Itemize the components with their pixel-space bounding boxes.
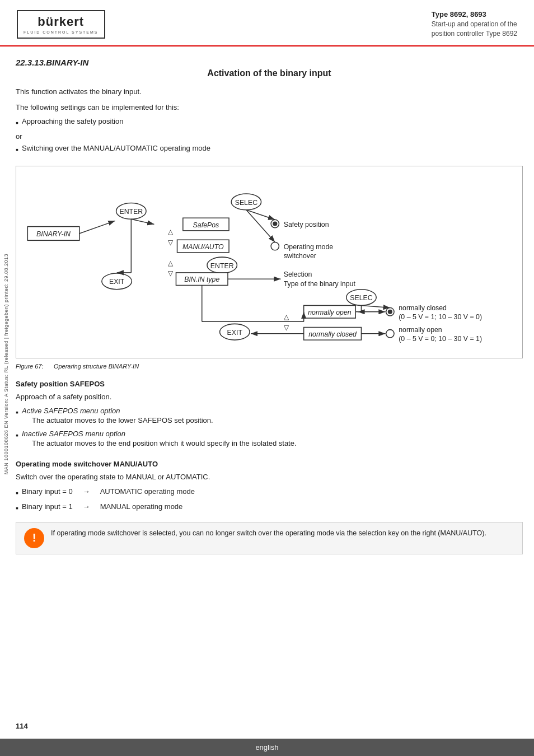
diagram-container: BINARY-IN ENTER SELEC SafePos MANU/AUTO … bbox=[16, 166, 523, 358]
page-header: bürkert FLUID CONTROL SYSTEMS Type 8692,… bbox=[0, 0, 534, 46]
svg-text:(0 – 5 V = 1; 10 – 30 V = 0): (0 – 5 V = 1; 10 – 30 V = 0) bbox=[399, 313, 482, 321]
bullet-dot-1: ▪ bbox=[16, 117, 18, 129]
op-bullet-1-label: Binary input = 0 bbox=[22, 487, 73, 496]
svg-text:△: △ bbox=[168, 259, 174, 267]
header-subtitle: Start-up and operation of the position c… bbox=[432, 20, 517, 39]
header-right: Type 8692, 8693 Start-up and operation o… bbox=[432, 10, 517, 39]
operating-intro: Switch over the operating state to MANUA… bbox=[16, 472, 523, 483]
svg-text:EXIT: EXIT bbox=[227, 329, 243, 337]
svg-text:(0 – 5 V = 0; 10 – 30 V = 1): (0 – 5 V = 0; 10 – 30 V = 1) bbox=[399, 335, 482, 343]
op-arrow-2: → bbox=[83, 502, 90, 511]
svg-text:normally open: normally open bbox=[399, 326, 442, 334]
svg-text:EXIT: EXIT bbox=[109, 278, 125, 286]
intro-text-1: This function activates the binary input… bbox=[16, 86, 523, 97]
safety-bullet-1-title: Active SAFEPOS menu option bbox=[22, 407, 120, 415]
op-bullet-2-value: MANUAL operating mode bbox=[100, 502, 183, 511]
warning-box: ! If operating mode switchover is select… bbox=[16, 522, 523, 554]
svg-point-44 bbox=[388, 310, 392, 314]
svg-text:MANU/AUTO: MANU/AUTO bbox=[182, 243, 224, 251]
figure-label: Figure 67: bbox=[16, 363, 44, 370]
svg-line-29 bbox=[131, 219, 154, 224]
diagram-svg: BINARY-IN ENTER SELEC SafePos MANU/AUTO … bbox=[22, 172, 517, 351]
operating-bullet-1: ▪ Binary input = 0 → AUTOMATIC operating… bbox=[16, 487, 523, 499]
operating-bullet-2: ▪ Binary input = 1 → MANUAL operating mo… bbox=[16, 502, 523, 514]
svg-point-47 bbox=[386, 330, 394, 338]
svg-text:△: △ bbox=[284, 313, 289, 321]
svg-text:▽: ▽ bbox=[168, 239, 174, 246]
footer: english bbox=[0, 739, 534, 756]
svg-text:SELEC: SELEC bbox=[350, 294, 373, 302]
svg-point-25 bbox=[271, 242, 279, 250]
safety-bullet-1-text: The actuator moves to the lower SAFEPOS … bbox=[32, 416, 213, 424]
footer-language: english bbox=[255, 743, 278, 752]
logo-text: bürkert bbox=[38, 15, 84, 29]
op-bullet-2-label: Binary input = 1 bbox=[22, 502, 73, 511]
op-bullet-1-value: AUTOMATIC operating mode bbox=[100, 487, 195, 496]
svg-text:normally closed: normally closed bbox=[399, 304, 447, 312]
page-number: 114 bbox=[16, 722, 28, 730]
svg-text:BIN.IN type: BIN.IN type bbox=[184, 276, 219, 283]
safety-heading: Safety position SAFEPOS bbox=[16, 380, 523, 388]
svg-text:Safety position: Safety position bbox=[284, 221, 329, 228]
sidebar-label: MAN 1000108626 EN Version: A Status: RL … bbox=[0, 112, 12, 616]
svg-text:SELEC: SELEC bbox=[235, 199, 258, 207]
bullet-text-2: Switching over the MANUAL/AUTOMATIC oper… bbox=[22, 144, 210, 152]
safety-bullet-1: ▪ Active SAFEPOS menu option The actuato… bbox=[16, 407, 523, 426]
svg-text:Operating mode: Operating mode bbox=[284, 243, 334, 251]
sidebar-text: MAN 1000108626 EN Version: A Status: RL … bbox=[3, 254, 9, 474]
svg-text:Selection: Selection bbox=[284, 270, 312, 278]
svg-text:BINARY-IN: BINARY-IN bbox=[36, 230, 71, 238]
svg-text:normally closed: normally closed bbox=[308, 330, 357, 338]
logo-box: bürkert FLUID CONTROL SYSTEMS bbox=[17, 10, 105, 39]
svg-text:ENTER: ENTER bbox=[210, 262, 234, 270]
safety-bullet-2-title: Inactive SAFEPOS menu option bbox=[22, 430, 125, 438]
section-subheading: Activation of the binary input bbox=[16, 68, 523, 78]
svg-text:Type of the binary input: Type of the binary input bbox=[284, 280, 356, 288]
warning-text: If operating mode switchover is selected… bbox=[51, 528, 486, 539]
bullet-dot-2: ▪ bbox=[16, 144, 18, 156]
safety-intro: Approach of a safety position. bbox=[16, 391, 523, 403]
svg-text:▽: ▽ bbox=[168, 269, 174, 277]
bullet-text-1: Approaching the safety position bbox=[22, 117, 123, 125]
warning-icon: ! bbox=[24, 528, 44, 548]
figure-caption: Figure 67: Operaring structure BINARY-IN bbox=[16, 363, 523, 370]
svg-text:△: △ bbox=[168, 228, 174, 236]
logo-area: bürkert FLUID CONTROL SYSTEMS bbox=[17, 10, 105, 39]
safety-bullet-2: ▪ Inactive SAFEPOS menu option The actua… bbox=[16, 430, 523, 449]
svg-point-23 bbox=[273, 221, 277, 226]
op-arrow-1: → bbox=[83, 487, 90, 496]
svg-text:▽: ▽ bbox=[284, 324, 289, 332]
svg-text:switchover: switchover bbox=[284, 252, 316, 260]
bullet-item-2: ▪ Switching over the MANUAL/AUTOMATIC op… bbox=[16, 144, 523, 156]
logo-sub: FLUID CONTROL SYSTEMS bbox=[24, 30, 99, 34]
or-text: or bbox=[16, 132, 523, 141]
section-heading: 22.3.13.BINARY-IN bbox=[16, 58, 523, 67]
svg-line-28 bbox=[79, 221, 115, 234]
figure-text: Operaring structure BINARY-IN bbox=[54, 363, 139, 370]
svg-text:SafePos: SafePos bbox=[193, 221, 219, 229]
svg-text:ENTER: ENTER bbox=[119, 208, 143, 216]
bullet-item-1: ▪ Approaching the safety position bbox=[16, 117, 523, 129]
intro-text-2: The following settings can be implemente… bbox=[16, 102, 523, 113]
safety-bullet-2-text: The actuator moves to the end position w… bbox=[32, 439, 297, 447]
header-title: Type 8692, 8693 bbox=[432, 10, 517, 18]
svg-text:normally open: normally open bbox=[308, 309, 352, 316]
main-content: 22.3.13.BINARY-IN Activation of the bina… bbox=[16, 46, 523, 554]
svg-line-57 bbox=[361, 305, 390, 307]
operating-heading: Operating mode switchover MANU/AUTO bbox=[16, 460, 523, 468]
